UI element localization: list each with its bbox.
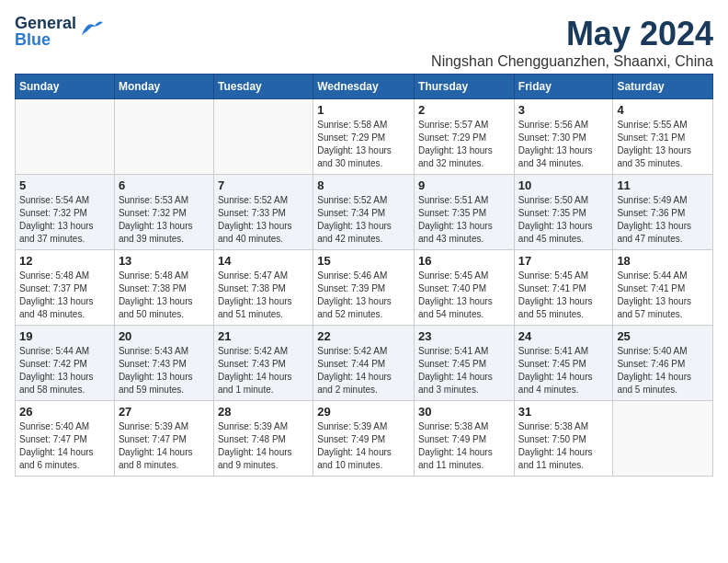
calendar-cell: 17Sunrise: 5:45 AM Sunset: 7:41 PM Dayli… [514, 250, 613, 326]
calendar-cell: 10Sunrise: 5:50 AM Sunset: 7:35 PM Dayli… [514, 175, 613, 250]
day-number: 16 [418, 254, 510, 268]
day-info: Sunrise: 5:39 AM Sunset: 7:47 PM Dayligh… [119, 420, 210, 472]
day-number: 12 [19, 254, 110, 268]
day-info: Sunrise: 5:52 AM Sunset: 7:34 PM Dayligh… [317, 194, 410, 246]
day-info: Sunrise: 5:43 AM Sunset: 7:43 PM Dayligh… [119, 345, 210, 396]
calendar-week-row: 5Sunrise: 5:54 AM Sunset: 7:32 PM Daylig… [16, 175, 713, 250]
calendar-cell: 21Sunrise: 5:42 AM Sunset: 7:43 PM Dayli… [213, 326, 313, 401]
day-number: 31 [518, 405, 609, 419]
day-info: Sunrise: 5:49 AM Sunset: 7:36 PM Dayligh… [617, 194, 709, 246]
calendar-table: SundayMondayTuesdayWednesdayThursdayFrid… [15, 74, 713, 477]
day-number: 10 [518, 178, 609, 192]
logo-general: General [15, 15, 76, 31]
day-number: 7 [218, 178, 309, 192]
day-number: 23 [418, 329, 510, 343]
calendar-cell: 23Sunrise: 5:41 AM Sunset: 7:45 PM Dayli… [415, 326, 515, 401]
day-info: Sunrise: 5:42 AM Sunset: 7:44 PM Dayligh… [317, 345, 410, 396]
weekday-header-sunday: Sunday [16, 75, 115, 99]
day-number: 11 [617, 178, 709, 192]
calendar-cell: 19Sunrise: 5:44 AM Sunset: 7:42 PM Dayli… [16, 326, 115, 401]
calendar-cell: 29Sunrise: 5:39 AM Sunset: 7:49 PM Dayli… [313, 401, 415, 477]
calendar-cell: 7Sunrise: 5:52 AM Sunset: 7:33 PM Daylig… [213, 175, 313, 250]
day-number: 2 [418, 103, 510, 117]
day-number: 28 [218, 405, 309, 419]
day-number: 3 [518, 103, 609, 117]
day-number: 17 [518, 254, 609, 268]
day-info: Sunrise: 5:57 AM Sunset: 7:29 PM Dayligh… [418, 119, 510, 170]
calendar-header-row: SundayMondayTuesdayWednesdayThursdayFrid… [16, 75, 713, 99]
calendar-cell: 27Sunrise: 5:39 AM Sunset: 7:47 PM Dayli… [114, 401, 213, 477]
calendar-cell: 20Sunrise: 5:43 AM Sunset: 7:43 PM Dayli… [114, 326, 213, 401]
day-number: 6 [119, 178, 210, 192]
calendar-cell: 12Sunrise: 5:48 AM Sunset: 7:37 PM Dayli… [16, 250, 115, 326]
day-info: Sunrise: 5:50 AM Sunset: 7:35 PM Dayligh… [518, 194, 609, 246]
calendar-cell: 28Sunrise: 5:39 AM Sunset: 7:48 PM Dayli… [213, 401, 313, 477]
day-number: 5 [19, 178, 110, 192]
day-info: Sunrise: 5:48 AM Sunset: 7:38 PM Dayligh… [119, 270, 210, 321]
day-number: 27 [119, 405, 210, 419]
calendar-week-row: 26Sunrise: 5:40 AM Sunset: 7:47 PM Dayli… [16, 401, 713, 477]
day-info: Sunrise: 5:40 AM Sunset: 7:47 PM Dayligh… [19, 420, 110, 472]
calendar-cell: 24Sunrise: 5:41 AM Sunset: 7:45 PM Dayli… [514, 326, 613, 401]
weekday-header-saturday: Saturday [613, 75, 713, 99]
day-info: Sunrise: 5:42 AM Sunset: 7:43 PM Dayligh… [218, 345, 309, 396]
day-number: 22 [317, 329, 410, 343]
calendar-cell: 8Sunrise: 5:52 AM Sunset: 7:34 PM Daylig… [313, 175, 415, 250]
day-info: Sunrise: 5:58 AM Sunset: 7:29 PM Dayligh… [317, 119, 410, 170]
title-block: May 2024 Ningshan Chengguanzhen, Shaanxi… [431, 15, 713, 70]
day-info: Sunrise: 5:38 AM Sunset: 7:49 PM Dayligh… [418, 420, 510, 472]
calendar-cell [613, 401, 713, 477]
day-number: 30 [418, 405, 510, 419]
day-info: Sunrise: 5:48 AM Sunset: 7:37 PM Dayligh… [19, 270, 110, 321]
day-info: Sunrise: 5:39 AM Sunset: 7:48 PM Dayligh… [218, 420, 309, 472]
weekday-header-wednesday: Wednesday [313, 75, 415, 99]
day-info: Sunrise: 5:54 AM Sunset: 7:32 PM Dayligh… [19, 194, 110, 246]
calendar-cell: 15Sunrise: 5:46 AM Sunset: 7:39 PM Dayli… [313, 250, 415, 326]
calendar-cell: 13Sunrise: 5:48 AM Sunset: 7:38 PM Dayli… [114, 250, 213, 326]
page-header: General Blue May 2024 Ningshan Chengguan… [15, 15, 713, 70]
day-info: Sunrise: 5:55 AM Sunset: 7:31 PM Dayligh… [617, 119, 709, 170]
calendar-cell: 5Sunrise: 5:54 AM Sunset: 7:32 PM Daylig… [16, 175, 115, 250]
day-info: Sunrise: 5:41 AM Sunset: 7:45 PM Dayligh… [518, 345, 609, 396]
day-info: Sunrise: 5:46 AM Sunset: 7:39 PM Dayligh… [317, 270, 410, 321]
day-number: 19 [19, 329, 110, 343]
calendar-cell: 6Sunrise: 5:53 AM Sunset: 7:32 PM Daylig… [114, 175, 213, 250]
day-number: 29 [317, 405, 410, 419]
day-number: 21 [218, 329, 309, 343]
day-info: Sunrise: 5:51 AM Sunset: 7:35 PM Dayligh… [418, 194, 510, 246]
day-number: 1 [317, 103, 410, 117]
day-info: Sunrise: 5:47 AM Sunset: 7:38 PM Dayligh… [218, 270, 309, 321]
day-info: Sunrise: 5:53 AM Sunset: 7:32 PM Dayligh… [119, 194, 210, 246]
day-info: Sunrise: 5:44 AM Sunset: 7:41 PM Dayligh… [617, 270, 709, 321]
calendar-cell: 26Sunrise: 5:40 AM Sunset: 7:47 PM Dayli… [16, 401, 115, 477]
weekday-header-friday: Friday [514, 75, 613, 99]
calendar-cell [16, 99, 115, 175]
day-info: Sunrise: 5:41 AM Sunset: 7:45 PM Dayligh… [418, 345, 510, 396]
day-number: 18 [617, 254, 709, 268]
calendar-cell: 11Sunrise: 5:49 AM Sunset: 7:36 PM Dayli… [613, 175, 713, 250]
calendar-cell: 3Sunrise: 5:56 AM Sunset: 7:30 PM Daylig… [514, 99, 613, 175]
day-number: 14 [218, 254, 309, 268]
day-number: 13 [119, 254, 210, 268]
weekday-header-monday: Monday [114, 75, 213, 99]
calendar-cell: 31Sunrise: 5:38 AM Sunset: 7:50 PM Dayli… [514, 401, 613, 477]
calendar-cell: 30Sunrise: 5:38 AM Sunset: 7:49 PM Dayli… [415, 401, 515, 477]
calendar-cell: 16Sunrise: 5:45 AM Sunset: 7:40 PM Dayli… [415, 250, 515, 326]
day-number: 25 [617, 329, 709, 343]
weekday-header-thursday: Thursday [415, 75, 515, 99]
calendar-week-row: 19Sunrise: 5:44 AM Sunset: 7:42 PM Dayli… [16, 326, 713, 401]
day-info: Sunrise: 5:38 AM Sunset: 7:50 PM Dayligh… [518, 420, 609, 472]
day-number: 4 [617, 103, 709, 117]
calendar-cell [213, 99, 313, 175]
calendar-cell: 1Sunrise: 5:58 AM Sunset: 7:29 PM Daylig… [313, 99, 415, 175]
calendar-cell [114, 99, 213, 175]
calendar-week-row: 1Sunrise: 5:58 AM Sunset: 7:29 PM Daylig… [16, 99, 713, 175]
day-number: 26 [19, 405, 110, 419]
day-info: Sunrise: 5:44 AM Sunset: 7:42 PM Dayligh… [19, 345, 110, 396]
day-info: Sunrise: 5:56 AM Sunset: 7:30 PM Dayligh… [518, 119, 609, 170]
day-number: 9 [418, 178, 510, 192]
day-number: 8 [317, 178, 410, 192]
calendar-cell: 4Sunrise: 5:55 AM Sunset: 7:31 PM Daylig… [613, 99, 713, 175]
calendar-week-row: 12Sunrise: 5:48 AM Sunset: 7:37 PM Dayli… [16, 250, 713, 326]
day-info: Sunrise: 5:45 AM Sunset: 7:40 PM Dayligh… [418, 270, 510, 321]
